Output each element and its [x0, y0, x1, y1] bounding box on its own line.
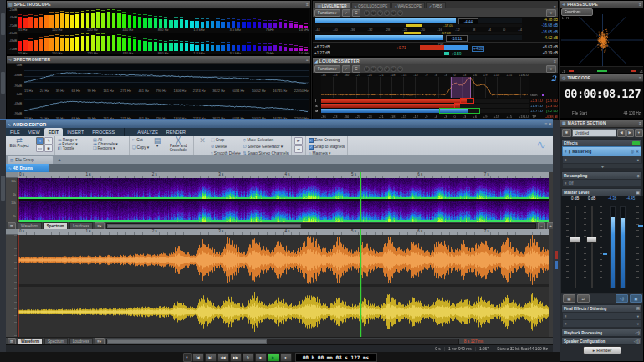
- preset-slot-6[interactable]: 6: [397, 10, 403, 16]
- ribbon-tab-render[interactable]: RENDER: [162, 128, 190, 136]
- dock-tab[interactable]: [1, 176, 5, 201]
- render-button[interactable]: ▸ Render: [583, 346, 621, 354]
- meter-dropdown-button[interactable]: ▾: [546, 65, 556, 73]
- fader-handle-left[interactable]: [570, 237, 580, 243]
- play-button[interactable]: ▶: [268, 353, 279, 362]
- loop-button[interactable]: ↻: [243, 353, 254, 362]
- ribbon-tab-insert[interactable]: INSERT: [63, 128, 88, 136]
- snap-to-magnets-checkbox[interactable]: ✓Snap to Magnets: [309, 144, 345, 150]
- file-tab-active[interactable]: ∿ 4B Drums: [6, 164, 49, 172]
- preset-slot-3[interactable]: 3: [377, 66, 383, 72]
- check-toggle-button[interactable]: ✓: [342, 9, 350, 17]
- panel-menu-icon[interactable]: ≡: [639, 3, 641, 7]
- remove-icon[interactable]: ✕: [636, 150, 639, 154]
- play-tool-button[interactable]: ◉: [44, 145, 53, 152]
- regions-button[interactable]: ❏Regions▾: [93, 145, 126, 151]
- go-to-end-button[interactable]: ▶|: [205, 353, 217, 362]
- panel-menu-icon[interactable]: ≡: [306, 58, 309, 62]
- swap-channels-button[interactable]: ⇄: [577, 294, 590, 303]
- zero-crossing-checkbox[interactable]: ✓Zero-Crossing: [309, 137, 345, 143]
- editor-collapse-icon[interactable]: ▾: [549, 122, 551, 126]
- preset-slot-2[interactable]: 2: [371, 10, 376, 16]
- go-to-start-button[interactable]: |◀: [192, 353, 204, 362]
- preset-slot-5[interactable]: 5: [391, 10, 396, 16]
- zoom-tool-button[interactable]: ▭: [36, 145, 44, 152]
- editor-menu-icon[interactable]: ≡: [545, 122, 548, 126]
- panel-menu-icon[interactable]: ≡: [554, 59, 556, 64]
- clear-button[interactable]: C: [352, 65, 360, 73]
- spectrogram-display[interactable]: [18, 178, 549, 222]
- final-effect-slot-empty[interactable]: ≡▾: [562, 319, 641, 328]
- pencil-tool-button[interactable]: ✎: [44, 137, 53, 145]
- effects-on-icon[interactable]: [632, 141, 640, 145]
- bypass-icon[interactable]: ◎: [631, 150, 634, 154]
- slot-menu-icon[interactable]: ▾: [637, 314, 639, 319]
- speaker-configuration-header[interactable]: Speaker Configuration ◁)): [561, 337, 642, 345]
- spectrum-hscrollbar[interactable]: [106, 223, 536, 229]
- preset-next-button[interactable]: ▶: [626, 129, 634, 137]
- panel-menu-icon[interactable]: ≡: [306, 3, 309, 7]
- paste-crossfade-button[interactable]: ╳ Paste and Crossfade: [166, 137, 191, 153]
- playback-processing-header[interactable]: Playback Processing ◁): [561, 329, 642, 337]
- dock-tab[interactable]: [1, 13, 5, 35]
- dock-marker-blue[interactable]: [555, 261, 558, 269]
- fader-handle-right[interactable]: [586, 237, 597, 243]
- copy-button[interactable]: ❏Copy▾: [132, 145, 149, 150]
- preset-slot-4[interactable]: 4: [384, 66, 390, 72]
- dock-tab[interactable]: [1, 72, 5, 94]
- rewind-button[interactable]: ◀◀: [217, 353, 229, 362]
- scroll-thumb[interactable]: [107, 224, 301, 228]
- slot-menu-icon[interactable]: ▾: [637, 322, 639, 326]
- delete-button[interactable]: ⊘Delete: [211, 144, 240, 150]
- panel-menu-icon[interactable]: ≡: [639, 121, 641, 125]
- forward-button[interactable]: ▶▶: [230, 353, 242, 362]
- timecode-reference[interactable]: File Start: [572, 111, 587, 115]
- preset-slot-1[interactable]: 1: [364, 66, 370, 72]
- waveform-display[interactable]: [18, 235, 549, 337]
- add-effect-button[interactable]: +: [562, 163, 643, 169]
- panel-menu-icon[interactable]: ≡: [639, 76, 641, 80]
- preset-slot-4[interactable]: 4: [384, 10, 390, 16]
- clear-button[interactable]: C: [352, 9, 360, 17]
- meter-dropdown-button[interactable]: ▾: [546, 9, 556, 17]
- ribbon-tab-view[interactable]: VIEW: [24, 128, 44, 136]
- nudge-left-button[interactable]: ⇤: [294, 137, 303, 145]
- status-file-length[interactable]: 1 mn 949 ms: [448, 347, 472, 351]
- crop-button[interactable]: ⬚Crop: [211, 137, 240, 143]
- preset-menu-button[interactable]: ▾: [635, 129, 643, 137]
- settings-gear-button[interactable]: ✱: [562, 129, 571, 137]
- slot-menu-icon[interactable]: ▾: [637, 158, 639, 162]
- fader-track-left[interactable]: [575, 206, 576, 288]
- lock-button[interactable]: ▣: [630, 294, 642, 303]
- preset-slot-5[interactable]: 5: [391, 66, 396, 72]
- check-toggle-button[interactable]: ✓: [342, 65, 350, 73]
- functions-button[interactable]: Functions: [561, 8, 593, 16]
- mono-button[interactable]: ▦: [563, 294, 575, 303]
- silence-generator-button[interactable]: ∅Silence Generator▾: [243, 144, 289, 150]
- mute-selection-button[interactable]: ◇Mute Selection: [243, 137, 289, 143]
- resampling-slot[interactable]: ≡ Off: [562, 179, 641, 187]
- ribbon-tab-process[interactable]: PROCESS: [88, 128, 119, 136]
- time-selection-tool-button[interactable]: ⌖: [36, 137, 44, 145]
- cut-button[interactable]: ✂Cut: [132, 137, 149, 143]
- functions-button[interactable]: Functions▾: [314, 9, 340, 17]
- audio-device-button[interactable]: ◁): [616, 294, 628, 303]
- toggle-button[interactable]: ◧Toggle: [58, 145, 91, 151]
- record-button[interactable]: ●: [280, 353, 292, 362]
- transport-options-button[interactable]: ▾: [183, 353, 192, 362]
- waveform-hscrollbar[interactable]: [106, 339, 459, 344]
- preset-slot-6[interactable]: 6: [397, 66, 403, 72]
- stop-button[interactable]: ■: [255, 353, 267, 362]
- preset-slot-2[interactable]: 2: [371, 66, 376, 72]
- expand-icon[interactable]: ▣: [636, 190, 640, 195]
- preset-prev-button[interactable]: ◀: [617, 129, 625, 137]
- preset-slot-3[interactable]: 3: [377, 10, 383, 16]
- status-audio-format[interactable]: Stereo 32 bit float 44 100 Hz: [497, 347, 548, 351]
- functions-button[interactable]: Functions▾: [314, 65, 340, 73]
- ribbon-tab-analyze[interactable]: ANALYZE: [133, 128, 162, 136]
- ribbon-tab-file[interactable]: FILE: [6, 128, 24, 136]
- add-file-group-button[interactable]: +: [56, 156, 63, 163]
- preset-slot-1[interactable]: 1: [364, 10, 370, 16]
- dock-marker-red[interactable]: [555, 251, 558, 259]
- scroll-thumb[interactable]: [107, 339, 267, 344]
